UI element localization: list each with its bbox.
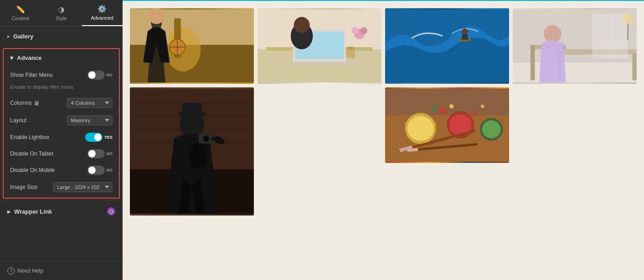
- tab-content-label: Content: [11, 16, 29, 21]
- enable-lightbox-toggle-label: YES: [104, 135, 113, 140]
- wrapper-link-chevron: ▸: [7, 208, 11, 215]
- tab-advanced[interactable]: ⚙️ Advanced: [82, 0, 123, 26]
- gallery-item-photographer[interactable]: [130, 87, 254, 215]
- gallery-section-label: Gallery: [13, 33, 33, 40]
- disable-tablet-row: Disable On Tablet NO: [4, 145, 119, 162]
- show-filter-menu-toggle-label: NO: [107, 73, 113, 77]
- enable-lightbox-row: Enable Lightbox YES: [4, 129, 119, 145]
- svg-point-20: [346, 47, 355, 50]
- svg-point-16: [360, 27, 367, 34]
- svg-rect-13: [284, 62, 355, 65]
- disable-mobile-row: Disable On Mobile NO: [4, 162, 119, 178]
- advanced-icon: ⚙️: [97, 5, 107, 13]
- disable-mobile-label: Disable On Mobile: [10, 167, 87, 173]
- photographer-image: [130, 87, 254, 215]
- disable-tablet-toggle[interactable]: [87, 149, 105, 158]
- advance-section: ▾ Advance Show Filter Menu NO Enable to …: [3, 48, 120, 199]
- sidebar-content: ▸ Gallery ▾ Advance Show Filter Menu NO …: [0, 27, 123, 261]
- tab-bar: ✏️ Content ◑ Style ⚙️ Advanced: [0, 0, 123, 27]
- help-label: Need Help: [17, 268, 43, 274]
- svg-point-15: [351, 27, 358, 34]
- gallery-item-paint[interactable]: [385, 87, 509, 163]
- enable-lightbox-label: Enable Lightbox: [10, 134, 85, 140]
- wrapper-link-label: Wrapper Link: [14, 208, 52, 215]
- disable-tablet-label: Disable On Tablet: [10, 151, 87, 157]
- svg-point-7: [149, 8, 165, 24]
- columns-row: Columns 🖥 4 Columns 1 Column 2 Columns 3…: [4, 94, 119, 112]
- enable-lightbox-toggle[interactable]: [85, 133, 102, 142]
- help-icon: ?: [7, 267, 15, 275]
- show-filter-menu-row: Show Filter Menu NO: [4, 67, 119, 83]
- image-size-row: Image Size Large - 1024 x 102 Thumbnail …: [4, 178, 119, 198]
- gallery-row-1: [130, 8, 637, 84]
- image-size-select[interactable]: Large - 1024 x 102 Thumbnail Medium Full: [53, 182, 113, 192]
- laptop-image: [258, 8, 381, 84]
- gallery-chevron: ▸: [7, 34, 10, 39]
- disable-mobile-toggle[interactable]: [87, 166, 105, 175]
- gallery-container: [123, 0, 644, 223]
- show-filter-menu-toggle[interactable]: [87, 70, 105, 80]
- gallery-item-wave[interactable]: [385, 8, 509, 84]
- monitor-icon: 🖥: [33, 100, 39, 107]
- paint-image: [385, 87, 509, 163]
- svg-point-62: [482, 120, 501, 138]
- toggle-knob-lightbox: [94, 134, 102, 141]
- toggle-knob: [88, 71, 96, 79]
- toggle-knob-tablet: [88, 150, 96, 157]
- image-size-label: Image Size: [10, 184, 50, 190]
- gallery-item-guitar[interactable]: [130, 8, 254, 84]
- show-filter-menu-hint: Enable to display filter menu.: [4, 83, 119, 94]
- svg-point-67: [439, 107, 446, 114]
- style-icon: ◑: [58, 5, 64, 14]
- layout-row: Layout Masonry Grid Justified: [4, 112, 119, 129]
- content-icon: ✏️: [16, 5, 25, 14]
- tab-content[interactable]: ✏️ Content: [0, 0, 41, 26]
- guitar-image: [130, 8, 254, 84]
- gallery-section-header[interactable]: ▸ Gallery: [0, 27, 123, 46]
- svg-rect-51: [182, 103, 202, 115]
- svg-point-70: [471, 110, 477, 116]
- layout-select[interactable]: Masonry Grid Justified: [67, 115, 113, 125]
- svg-point-32: [544, 25, 562, 43]
- show-filter-menu-label: Show Filter Menu: [10, 72, 87, 78]
- svg-point-24: [462, 28, 468, 35]
- toggle-knob-mobile: [88, 167, 96, 174]
- girl-image: [513, 8, 637, 84]
- svg-point-49: [204, 136, 209, 141]
- advance-chevron: ▾: [10, 54, 13, 61]
- disable-tablet-toggle-label: NO: [107, 151, 113, 156]
- svg-point-56: [407, 116, 434, 141]
- svg-point-69: [431, 106, 437, 111]
- gallery-empty-1: [258, 87, 381, 215]
- advance-section-label: Advance: [17, 54, 42, 61]
- main-content: [123, 0, 644, 280]
- svg-point-68: [449, 104, 454, 109]
- sidebar-footer[interactable]: ? Need Help: [0, 261, 123, 280]
- wrapper-link-section[interactable]: ▸ Wrapper Link ⬡: [0, 200, 123, 222]
- gallery-item-girl[interactable]: [513, 8, 637, 84]
- disable-tablet-toggle-wrapper: NO: [87, 149, 113, 158]
- svg-point-46: [190, 143, 208, 169]
- columns-label: Columns 🖥: [10, 100, 64, 107]
- gallery-item-laptop[interactable]: [258, 8, 381, 84]
- tab-advanced-label: Advanced: [91, 15, 113, 21]
- svg-point-18: [294, 17, 310, 33]
- gallery-empty-2: [513, 87, 637, 215]
- svg-rect-29: [632, 54, 637, 80]
- svg-point-71: [481, 104, 484, 108]
- sidebar: ✏️ Content ◑ Style ⚙️ Advanced ▸ Gallery…: [0, 0, 123, 280]
- svg-point-35: [623, 13, 633, 23]
- advance-section-header[interactable]: ▾ Advance: [4, 49, 119, 67]
- disable-mobile-toggle-label: NO: [107, 168, 113, 172]
- wave-image: [385, 8, 509, 84]
- disable-mobile-toggle-wrapper: NO: [87, 166, 113, 175]
- wrapper-link-icon: ⬡: [107, 207, 115, 215]
- columns-select[interactable]: 4 Columns 1 Column 2 Columns 3 Columns 5…: [67, 98, 113, 108]
- show-filter-menu-toggle-wrapper: NO: [87, 70, 113, 80]
- layout-label: Layout: [10, 117, 64, 124]
- tab-style[interactable]: ◑ Style: [41, 0, 81, 26]
- enable-lightbox-toggle-wrapper: YES: [85, 133, 113, 142]
- tab-style-label: Style: [56, 16, 67, 21]
- gallery-row-2: [130, 87, 637, 215]
- columns-text: Columns: [10, 100, 32, 106]
